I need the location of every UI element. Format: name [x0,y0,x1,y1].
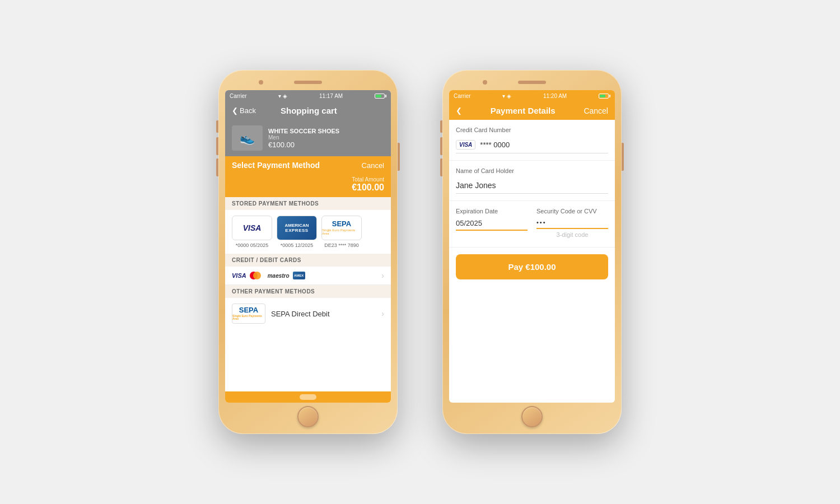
cvv-value[interactable]: ••• [536,217,608,229]
credit-card-method-row[interactable]: VISA maestro AMEX › [225,267,391,285]
phone-2-bottom [449,406,615,427]
phone-1-bottom [225,406,391,427]
stored-cards-row: VISA *0000 05/2025 AMERICAN EXPRESS *000… [225,210,391,254]
expiry-cvv-section: Expiration Date 05/2025 Security Code or… [449,201,615,248]
card-number-input[interactable]: VISA **** 0000 [456,137,608,153]
maestro-logo: maestro [268,273,290,279]
carrier-label: Carrier [230,93,247,99]
battery-indicator [375,94,386,99]
phone-1-screen: Carrier ▾ ◈ 11:17 AM ❮ Back Shopping car… [225,90,391,403]
mini-amex-logo: AMEX [293,272,305,279]
cvv-field: Security Code or CVV ••• 3-digit code [536,208,608,240]
back-label[interactable]: Back [240,106,256,115]
bottom-partial [225,391,391,403]
volume-down-button[interactable] [216,158,218,176]
payment-form: Credit Card Number VISA **** 0000 Name o… [449,120,615,403]
volume-up-button[interactable] [216,137,218,155]
payment-cancel-button[interactable]: Cancel [362,161,384,170]
time-display-2: 11:20 AM [543,93,567,99]
visa-logo: VISA [243,223,262,232]
front-camera [259,80,263,85]
phone-1: Carrier ▾ ◈ 11:17 AM ❮ Back Shopping car… [218,70,398,434]
sepa-method-label: SEPA Direct Debit [271,310,376,318]
home-button-2[interactable] [521,406,543,427]
product-image: 👟 [232,125,263,151]
sepa-logo-box: SEPA Single Euro Payments Area [321,216,362,240]
phone-2: Carrier ▾ ◈ 11:20 AM ❮ Payment Details C… [442,70,622,434]
cancel-button-2[interactable]: Cancel [584,106,608,115]
stored-card-sepa[interactable]: SEPA Single Euro Payments Area DE23 ****… [321,216,362,248]
sepa-method-row[interactable]: SEPA Single Euro Payments Area SEPA Dire… [225,298,391,329]
back-chevron-icon: ❮ [232,106,238,115]
amex-card-label: *0005 12/2025 [281,242,314,248]
credit-chevron-icon: › [381,271,384,280]
credit-section-header: CREDIT / DEBIT CARDS [225,254,391,267]
mini-visa-logo: VISA [232,272,246,279]
card-holder-section: Name of Card Holder [449,161,615,201]
sepa-chevron-icon: › [381,309,384,318]
nav-title-1: Shopping cart [281,106,337,115]
stored-card-visa[interactable]: VISA *0000 05/2025 [232,216,272,248]
product-price: €100.00 [268,141,384,149]
carrier-label-2: Carrier [454,93,471,99]
stored-card-amex[interactable]: AMERICAN EXPRESS *0005 12/2025 [277,216,317,248]
battery-indicator-2 [599,94,610,99]
speaker-2 [518,81,546,84]
status-bar-1: Carrier ▾ ◈ 11:17 AM [225,90,391,101]
mastercard-logo [250,271,264,280]
mute-button[interactable] [216,120,218,133]
payment-banner: Select Payment Method Cancel [225,156,391,174]
expiration-label: Expiration Date [456,208,528,214]
cvv-placeholder: 3-digit code [536,229,608,240]
sepa-logo: SEPA Single Euro Payments Area [322,220,361,235]
expiration-value[interactable]: 05/2025 [456,217,528,231]
sepa-direct-logo: SEPA Single Euro Payments Area [232,304,265,324]
phone-top [225,77,391,88]
wifi-icon: ▾ ◈ [278,93,287,99]
select-payment-label: Select Payment Method [232,161,320,170]
back-button[interactable]: ❮ Back [232,106,256,115]
amex-logo: AMERICAN EXPRESS [277,216,316,240]
card-brand-visa: VISA [456,140,475,150]
nav-bar-1: ❮ Back Shopping cart [225,101,391,120]
mute-button-2[interactable] [440,120,442,133]
expiry-cvv-row: Expiration Date 05/2025 Security Code or… [456,208,608,240]
amex-logo-box: AMERICAN EXPRESS [277,216,317,240]
time-display: 11:17 AM [319,93,343,99]
credit-card-logos: VISA maestro AMEX [232,271,305,280]
product-info: WHITE SOCCER SHOES Men €100.00 [268,128,384,149]
product-row: 👟 WHITE SOCCER SHOES Men €100.00 [225,120,391,156]
volume-down-button-2[interactable] [440,158,442,176]
power-button-2[interactable] [622,143,624,171]
total-row: Total Amount €100.00 [225,174,391,197]
expiration-field: Expiration Date 05/2025 [456,208,528,240]
front-camera-2 [483,80,487,85]
visa-logo-box: VISA [232,216,272,240]
card-holder-label: Name of Card Holder [456,167,608,174]
card-masked-number: **** 0000 [480,141,510,149]
wifi-icon-2: ▾ ◈ [502,93,511,99]
other-section-header: OTHER PAYMENT METHODS [225,285,391,298]
stored-cards: VISA *0000 05/2025 AMERICAN EXPRESS *000… [232,216,384,248]
phone-2-screen: Carrier ▾ ◈ 11:20 AM ❮ Payment Details C… [449,90,615,403]
sepa-card-label: DE23 **** 7890 [324,242,359,248]
visa-card-label: *0000 05/2025 [236,242,269,248]
cvv-label: Security Code or CVV [536,208,608,214]
status-bar-2: Carrier ▾ ◈ 11:20 AM [449,90,615,101]
nav-title-2: Payment Details [491,106,556,115]
card-holder-input[interactable] [456,178,608,194]
nav-bar-2: ❮ Payment Details Cancel [449,101,615,120]
product-category: Men [268,134,384,141]
back-button-2[interactable]: ❮ [456,106,462,115]
product-name: WHITE SOCCER SHOES [268,128,384,134]
card-number-section: Credit Card Number VISA **** 0000 [449,120,615,161]
power-button[interactable] [398,143,400,171]
total-label: Total Amount [232,176,384,183]
pay-button[interactable]: Pay €100.00 [456,254,608,279]
card-number-label: Credit Card Number [456,127,608,133]
total-amount: €100.00 [232,183,384,193]
stored-section-header: STORED PAYMENT METHODS [225,197,391,210]
volume-up-button-2[interactable] [440,137,442,155]
home-button-1[interactable] [297,406,319,427]
phone-2-top [449,77,615,88]
